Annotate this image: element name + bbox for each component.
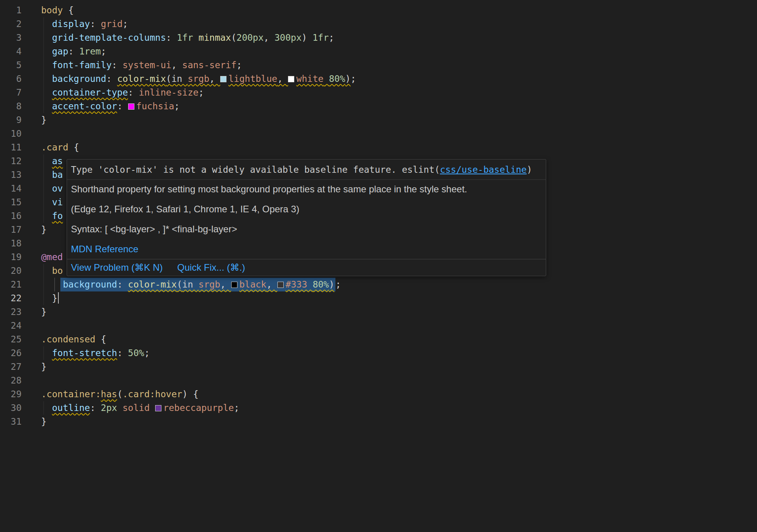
code-line-24[interactable] [41,319,757,333]
code-token: font-family [52,60,112,70]
code-token [41,170,52,180]
code-token: ( [117,389,123,399]
code-line-26[interactable]: font-stretch: 50%; [41,346,757,360]
code-line-10[interactable] [41,127,757,141]
mdn-reference-link[interactable]: MDN Reference [71,244,138,254]
line-number[interactable]: 19 [0,250,22,264]
line-number[interactable]: 27 [0,360,22,374]
line-number[interactable]: 21 [0,278,22,291]
code-token: 1fr [312,33,329,43]
line-number[interactable]: 7 [0,86,22,100]
color-swatch[interactable] [155,405,161,411]
line-number[interactable]: 22 [0,291,22,305]
code-line-23[interactable]: } [41,305,757,319]
line-number[interactable]: 18 [0,237,22,250]
line-number[interactable]: 4 [0,45,22,58]
indent-guide [43,45,44,58]
code-token: ) [302,33,307,43]
code-line-11[interactable]: .card { [41,141,757,154]
color-swatch[interactable] [288,76,294,82]
code-token: ; [237,60,242,70]
code-token: :hover [150,389,182,399]
line-number[interactable]: 3 [0,31,22,45]
line-number[interactable]: 14 [0,182,22,195]
hover-tooltip: Type 'color-mix' is not a widely availab… [67,159,546,276]
code-token: ; [144,348,150,358]
line-number[interactable]: 17 [0,223,22,237]
code-token: bo [52,266,63,276]
line-number[interactable]: 13 [0,168,22,182]
code-token: { [63,5,74,15]
diagnostic-rule-link[interactable]: css/use-baseline [440,165,527,175]
code-line-27[interactable]: } [41,360,757,374]
line-number[interactable]: 30 [0,401,22,415]
line-number[interactable]: 16 [0,209,22,223]
code-line-1[interactable]: body { [41,4,757,17]
color-swatch[interactable] [277,282,284,288]
code-token: fo [52,211,63,221]
hover-docs: Shorthand property for setting most back… [67,180,546,255]
line-number[interactable]: 24 [0,319,22,333]
line-number[interactable]: 1 [0,4,22,17]
code-token: body [41,5,63,15]
view-problem-action[interactable]: View Problem (⌘K N) [71,262,163,273]
code-token: ( [166,74,172,84]
quick-fix-action[interactable]: Quick Fix... (⌘.) [177,262,245,273]
line-number[interactable]: 12 [0,154,22,168]
code-line-29[interactable]: .container:has(.card:hover) { [41,387,757,401]
code-token: inline-size [139,87,198,98]
code-line-30[interactable]: outline: 2px solid rebeccapurple; [41,401,757,415]
line-number[interactable]: 6 [0,72,22,86]
line-number[interactable]: 26 [0,346,22,360]
code-token [41,197,52,207]
code-line-6[interactable]: background: color-mix(in srgb, lightblue… [41,72,757,86]
color-swatch[interactable] [128,103,134,110]
code-line-28[interactable] [41,374,757,387]
code-line-5[interactable]: font-family: system-ui, sans-serif; [41,58,757,72]
line-number[interactable]: 9 [0,113,22,127]
color-swatch[interactable] [220,76,226,82]
code-token: , [220,279,231,290]
line-number[interactable]: 10 [0,127,22,141]
line-number[interactable]: 20 [0,264,22,278]
indent-guide [43,401,44,415]
code-token: 80% [313,279,329,290]
code-token: ) [329,279,334,290]
code-token: 50% [128,348,145,358]
code-token: srgb [188,74,209,84]
code-token [41,266,52,276]
line-number[interactable]: 2 [0,17,22,31]
line-number[interactable]: 11 [0,141,22,154]
code-token: ; [101,46,106,56]
diagnostic-text: Type 'color-mix' is not a widely availab… [71,165,402,175]
code-editor[interactable]: 1234567891011121314151617181920212223242… [0,0,757,532]
line-number[interactable]: 15 [0,195,22,209]
line-number[interactable]: 25 [0,333,22,346]
code-line-4[interactable]: gap: 1rem; [41,45,757,58]
code-token: , [171,60,182,70]
code-token: 300px [275,33,302,43]
code-line-9[interactable]: } [41,113,757,127]
line-number[interactable]: 23 [0,305,22,319]
code-line-25[interactable]: .condensed { [41,333,757,346]
line-number[interactable]: 28 [0,374,22,387]
color-swatch[interactable] [231,282,237,288]
code-line-2[interactable]: display: grid; [41,17,757,31]
line-number[interactable]: 8 [0,100,22,113]
line-number[interactable]: 5 [0,58,22,72]
code-token: : [128,87,139,98]
code-line-21[interactable]: background: color-mix(in srgb, black, #3… [41,278,757,291]
code-token: : [106,74,117,84]
code-line-3[interactable]: grid-template-columns: 1fr minmax(200px,… [41,31,757,45]
code-token [41,211,52,221]
code-token: gap [52,46,69,56]
code-token: : [95,389,101,399]
code-token: white [296,74,323,84]
code-line-8[interactable]: accent-color: fuchsia; [41,100,757,113]
line-number[interactable]: 29 [0,387,22,401]
code-token: , [209,74,220,84]
code-line-22[interactable]: } [41,291,757,305]
line-number[interactable]: 31 [0,415,22,429]
code-line-7[interactable]: container-type: inline-size; [41,86,757,100]
code-line-31[interactable]: } [41,415,757,429]
